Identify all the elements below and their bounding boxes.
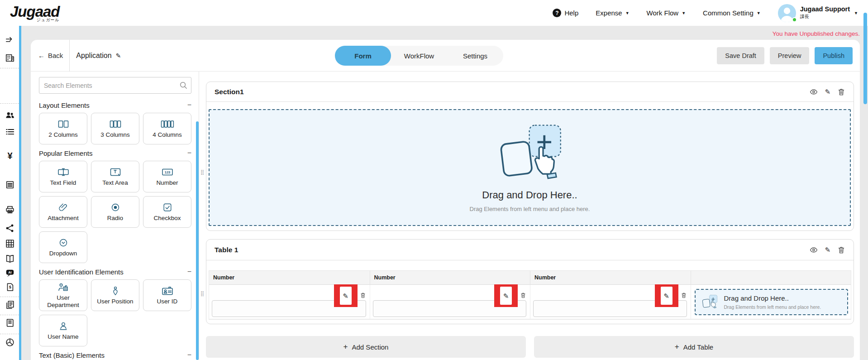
element-dropdown[interactable]: Dropdown <box>39 231 87 263</box>
section-delete-icon[interactable] <box>837 88 845 96</box>
table-actions: ✎ <box>810 246 845 254</box>
edit-title-icon[interactable]: ✎ <box>116 52 121 59</box>
column-delete-icon[interactable] <box>360 292 366 298</box>
add-section-button[interactable]: + Add Section <box>206 336 526 358</box>
element-number[interactable]: 123 Number <box>143 161 191 192</box>
jugaad-logo[interactable]: Jugaad ジュガール <box>10 4 60 22</box>
element-checkbox[interactable]: Checkbox <box>143 196 191 228</box>
plus-icon: + <box>675 342 679 351</box>
column-header-empty <box>691 271 851 285</box>
section-visibility-icon[interactable] <box>810 88 818 96</box>
user-account-menu[interactable]: Jugaad Support 課長 ▼ <box>778 4 858 22</box>
printer-icon[interactable] <box>5 204 15 215</box>
sidebar-toggle-icon[interactable] <box>5 35 15 46</box>
logo-subtext-jp: ジュガール <box>37 18 60 22</box>
organization-icon[interactable] <box>5 53 15 63</box>
browser-globe-icon[interactable] <box>5 337 15 348</box>
element-user-position[interactable]: User Position <box>91 279 139 311</box>
application-title: Application ✎ <box>76 52 121 60</box>
collapse-icon[interactable]: − <box>187 149 191 157</box>
drag-drop-illustration-icon <box>700 294 720 310</box>
search-input[interactable] <box>39 77 191 94</box>
section-edit-icon[interactable]: ✎ <box>825 88 830 95</box>
table-edit-icon[interactable]: ✎ <box>825 246 830 253</box>
page-scrollbar-thumb[interactable] <box>863 13 867 104</box>
invoice-icon[interactable]: $ <box>5 282 15 293</box>
column-delete-icon[interactable] <box>520 292 526 298</box>
menu-common-setting[interactable]: Common Setting ▼ <box>703 9 761 17</box>
table-drag-handle[interactable]: ⣿ <box>200 292 204 295</box>
table-body-row: ✎ ✎ <box>209 285 851 319</box>
list-icon[interactable] <box>5 126 15 137</box>
rail-divider <box>0 334 19 334</box>
logo-text: Jugaad <box>10 4 60 19</box>
section-actions: ✎ <box>810 88 845 96</box>
collapse-icon[interactable]: − <box>187 101 191 109</box>
panel-scrollbar-thumb[interactable] <box>196 121 199 360</box>
element-user-id[interactable]: User ID <box>143 279 191 311</box>
tab-form[interactable]: Form <box>335 46 391 66</box>
user-identification-grid: User Department User Position User ID Us… <box>39 279 191 346</box>
tab-workflow[interactable]: WorkFlow <box>391 46 447 66</box>
user-name: Jugaad Support <box>800 6 850 13</box>
column-delete-icon[interactable] <box>681 292 687 298</box>
group-header-popular: Popular Elements − <box>39 149 191 157</box>
elements-panel: Layout Elements − 2 Columns 3 Columns 4 … <box>31 72 199 360</box>
column-edit-icon[interactable]: ✎ <box>503 293 509 299</box>
search-box <box>39 77 191 94</box>
chevron-down-icon: ▼ <box>854 11 858 15</box>
table-delete-icon[interactable] <box>837 246 845 254</box>
chevron-down-icon: ▼ <box>682 11 686 15</box>
menu-expense[interactable]: Expense ▼ <box>596 9 629 17</box>
table-cell-number-3: ✎ <box>530 285 691 319</box>
element-user-department[interactable]: User Department <box>39 279 87 311</box>
element-radio[interactable]: Radio <box>91 196 139 228</box>
form-icon[interactable] <box>5 179 15 190</box>
column-edit-icon[interactable]: ✎ <box>343 293 348 299</box>
element-attachment[interactable]: Attachment <box>39 196 87 228</box>
avatar <box>778 4 796 22</box>
ledger-book-icon[interactable] <box>5 317 15 328</box>
add-table-button[interactable]: + Add Table <box>534 336 854 358</box>
manual-book-icon[interactable] <box>5 253 15 264</box>
element-user-name[interactable]: User Name <box>39 315 87 346</box>
tab-settings[interactable]: Settings <box>447 46 503 66</box>
section-drag-handle[interactable]: ⣿ <box>200 170 204 174</box>
preview-button[interactable]: Preview <box>770 47 810 64</box>
copy-docs-icon[interactable] <box>5 299 15 310</box>
members-icon[interactable] <box>5 110 15 120</box>
element-2-columns[interactable]: 2 Columns <box>39 113 87 144</box>
svg-text:AI: AI <box>8 270 11 274</box>
drag-drop-illustration-icon <box>489 123 571 187</box>
builder-toolbar: ← Back Application ✎ Form WorkFlow Setti… <box>31 40 860 72</box>
section-header: Section1 ✎ <box>206 82 854 102</box>
element-text-area[interactable]: Text Area <box>91 161 139 192</box>
ai-assistant-icon[interactable]: AI <box>5 268 15 278</box>
publish-button[interactable]: Publish <box>815 47 853 64</box>
element-text-field[interactable]: Text Field <box>39 161 87 192</box>
collapse-icon[interactable]: − <box>187 351 191 359</box>
section-drop-zone[interactable]: Drag and Drop Here.. Drag Elements from … <box>209 109 851 226</box>
help-menu[interactable]: ? Help <box>553 9 578 17</box>
drop-zone-title: Drag and Drop Here.. <box>724 294 821 302</box>
menu-work-flow[interactable]: Work Flow ▼ <box>647 9 686 17</box>
group-header-user-identification: User Identification Elements − <box>39 268 191 276</box>
element-4-columns[interactable]: 4 Columns <box>143 113 191 144</box>
help-icon: ? <box>553 9 561 17</box>
table-drop-zone[interactable]: Drag and Drop Here.. Drag Elements from … <box>695 289 849 315</box>
yen-expense-icon[interactable]: ¥ <box>5 150 15 161</box>
builder-tabs: Form WorkFlow Settings <box>335 46 503 66</box>
share-icon[interactable] <box>5 223 15 234</box>
back-button[interactable]: ← Back <box>38 52 63 59</box>
form-canvas: ⣿ Section1 ✎ Drag and Drop Here.. Drag E… <box>206 72 854 360</box>
column-edit-icon[interactable]: ✎ <box>663 293 669 299</box>
table-icon[interactable] <box>5 238 15 249</box>
annotation-highlight-box: ✎ <box>655 284 678 307</box>
table-header-row: Number Number Number <box>209 271 851 285</box>
save-draft-button[interactable]: Save Draft <box>717 47 764 64</box>
element-3-columns[interactable]: 3 Columns <box>91 113 139 144</box>
table-visibility-icon[interactable] <box>810 246 818 254</box>
section-title: Section1 <box>215 88 244 96</box>
table-cell-drop-target: Drag and Drop Here.. Drag Elements from … <box>691 285 851 319</box>
collapse-icon[interactable]: − <box>187 268 191 275</box>
